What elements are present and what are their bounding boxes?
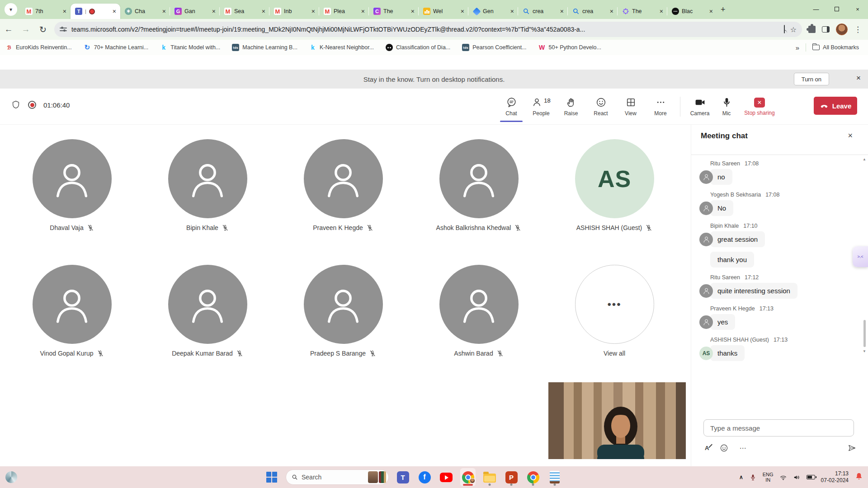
participant-tile[interactable]: Ashwin Barad <box>415 265 542 357</box>
bookmark-star-icon[interactable]: ☆ <box>790 25 797 34</box>
bookmark-machine-learning-b[interactable]: tdsMachine Learning B... <box>232 44 297 51</box>
tab-close-icon[interactable]: × <box>310 8 316 15</box>
tab-close-icon[interactable]: × <box>360 8 366 15</box>
tab-close-icon[interactable]: × <box>459 8 466 15</box>
tab-web-chart[interactable]: Wel × <box>419 4 468 19</box>
participant-tile[interactable]: Deepak Kumar Barad <box>144 265 271 357</box>
close-window-button[interactable]: × <box>847 0 868 18</box>
wifi-icon[interactable] <box>779 474 787 481</box>
tray-mic-icon[interactable] <box>749 474 757 481</box>
volume-icon[interactable] <box>793 474 801 481</box>
tab-search-chevron-icon[interactable]: ▾ <box>5 3 17 16</box>
bookmark-titanic-model[interactable]: kTitanic Model with... <box>160 44 220 51</box>
tab-close-icon[interactable]: × <box>61 8 68 15</box>
toolbar-more-button[interactable]: More <box>646 91 675 122</box>
tab-gmail-7th[interactable]: M 7th × <box>21 4 71 19</box>
scroll-up-arrow-icon[interactable]: ▲ <box>863 157 866 161</box>
tab-the-purple[interactable]: C The × <box>369 4 419 19</box>
tab-close-icon[interactable]: × <box>260 8 267 15</box>
bookmarks-overflow-chevron[interactable]: » <box>796 44 799 52</box>
emoji-icon[interactable] <box>720 444 728 452</box>
toolbar-camera-button[interactable]: Camera <box>685 91 715 122</box>
tab-search-crea-2[interactable]: crea × <box>568 4 618 19</box>
taskbar-notebook-icon[interactable] <box>547 468 562 486</box>
tab-close-icon[interactable]: × <box>111 8 118 15</box>
site-settings-icon[interactable] <box>60 26 67 33</box>
tab-black[interactable]: Blac × <box>667 4 717 19</box>
tab-close-icon[interactable]: × <box>211 8 217 15</box>
taskbar-facebook-icon[interactable]: f <box>417 468 432 486</box>
participant-tile[interactable]: Dhaval Vaja <box>9 139 135 231</box>
tab-gamma[interactable]: G Gan × <box>170 4 220 19</box>
browser-menu-icon[interactable]: ⋮ <box>854 25 862 34</box>
search-highlight-image[interactable] <box>368 471 386 483</box>
participant-tile[interactable]: Ashok Balkrishna Khedwal <box>415 139 542 231</box>
bookmark-knn[interactable]: kK-Nearest Neighbor... <box>309 44 374 51</box>
tab-gmail-inbox[interactable]: M Inb × <box>269 4 319 19</box>
address-bar[interactable]: teams.microsoft.com/v2/?meetingjoin=true… <box>54 22 802 37</box>
participant-tile[interactable]: Bipin Khale <box>144 139 271 231</box>
extensions-icon[interactable] <box>808 26 816 33</box>
bookmark-70-machine-learning[interactable]: ↻70+ Machine Learni... <box>84 44 149 51</box>
bookmark-python-dev[interactable]: W50+ Python Develo... <box>538 44 601 51</box>
taskbar-chrome-icon[interactable] <box>525 468 541 486</box>
widgets-weather-icon[interactable] <box>5 471 17 483</box>
chat-message-input[interactable]: Type a message <box>703 419 854 436</box>
forward-button[interactable]: → <box>17 24 34 34</box>
send-icon[interactable] <box>848 444 856 452</box>
maximize-button[interactable] <box>826 0 847 18</box>
tab-teams-active[interactable]: T | × <box>71 4 120 19</box>
tab-close-icon[interactable]: × <box>708 8 714 15</box>
toolbar-view-button[interactable]: View <box>616 91 646 122</box>
chat-message-list[interactable]: Ritu Sareen17:08 no Yogesh B Sekhsaria17… <box>691 155 862 417</box>
scroll-down-arrow-icon[interactable]: ▼ <box>863 349 866 353</box>
tab-gmail-search[interactable]: M Sea × <box>220 4 269 19</box>
tab-close-icon[interactable]: × <box>559 8 565 15</box>
start-button[interactable] <box>264 468 279 486</box>
profile-avatar[interactable] <box>836 23 848 35</box>
reload-button[interactable]: ↻ <box>34 24 52 35</box>
more-options-icon[interactable]: ⋯ <box>739 444 746 452</box>
all-bookmarks-button[interactable]: All Bookmarks <box>812 44 859 51</box>
chat-close-icon[interactable]: × <box>848 131 853 141</box>
minimize-button[interactable]: — <box>806 0 826 18</box>
floating-extension-widget[interactable]: >.< <box>853 246 868 267</box>
tray-clock[interactable]: 17:1307-02-2024 <box>821 470 849 484</box>
bookmark-eurokids[interactable]: ℬEuroKids Reinventin... <box>5 44 72 51</box>
taskbar-powerpoint-icon[interactable]: P <box>504 468 519 486</box>
banner-close-icon[interactable]: × <box>856 74 861 83</box>
view-all-circle[interactable]: ••• <box>575 265 654 344</box>
participant-tile[interactable]: AS ASHISH SHAH (Guest) <box>551 139 678 231</box>
new-tab-button[interactable]: + <box>721 5 726 14</box>
cast-icon[interactable] <box>784 25 785 33</box>
notification-bell-icon[interactable] <box>854 472 863 483</box>
toolbar-raise-button[interactable]: Raise <box>556 91 586 122</box>
tab-search-crea-1[interactable]: crea × <box>518 4 568 19</box>
leave-button[interactable]: Leave <box>814 97 857 115</box>
tab-close-icon[interactable]: × <box>609 8 615 15</box>
toolbar-react-button[interactable]: React <box>586 91 616 122</box>
tab-close-icon[interactable]: × <box>410 8 416 15</box>
taskbar-teams-icon[interactable]: T <box>395 468 410 486</box>
language-indicator[interactable]: ENGIN <box>763 472 774 483</box>
taskbar-search[interactable]: Search <box>286 469 389 485</box>
tray-overflow-chevron[interactable]: ∧ <box>739 474 743 480</box>
format-icon[interactable]: A <box>705 445 709 451</box>
back-button[interactable]: ← <box>0 24 17 34</box>
battery-icon[interactable] <box>807 475 815 479</box>
tab-gmail-plea[interactable]: M Plea × <box>319 4 369 19</box>
side-panel-icon[interactable] <box>822 26 830 33</box>
bookmark-pearson[interactable]: tdsPearson Coefficient... <box>462 44 526 51</box>
view-all-tile[interactable]: ••• View all <box>551 265 678 357</box>
taskbar-chrome-active-icon[interactable] <box>460 468 476 486</box>
toolbar-stop-sharing-button[interactable]: ✕ Stop sharing <box>738 91 781 122</box>
participant-tile[interactable]: Praveen K Hegde <box>280 139 406 231</box>
toolbar-mic-button[interactable]: Mic <box>715 91 738 122</box>
taskbar-file-explorer-icon[interactable] <box>482 468 497 486</box>
tab-close-icon[interactable]: × <box>658 8 665 15</box>
toolbar-chat-button[interactable]: Chat <box>496 91 526 122</box>
toolbar-people-button[interactable]: 18 People <box>526 91 556 122</box>
tab-the-sparkle[interactable]: The × <box>618 4 667 19</box>
participant-tile[interactable]: Vinod Gopal Kurup <box>9 265 135 357</box>
taskbar-youtube-icon[interactable] <box>439 468 454 486</box>
